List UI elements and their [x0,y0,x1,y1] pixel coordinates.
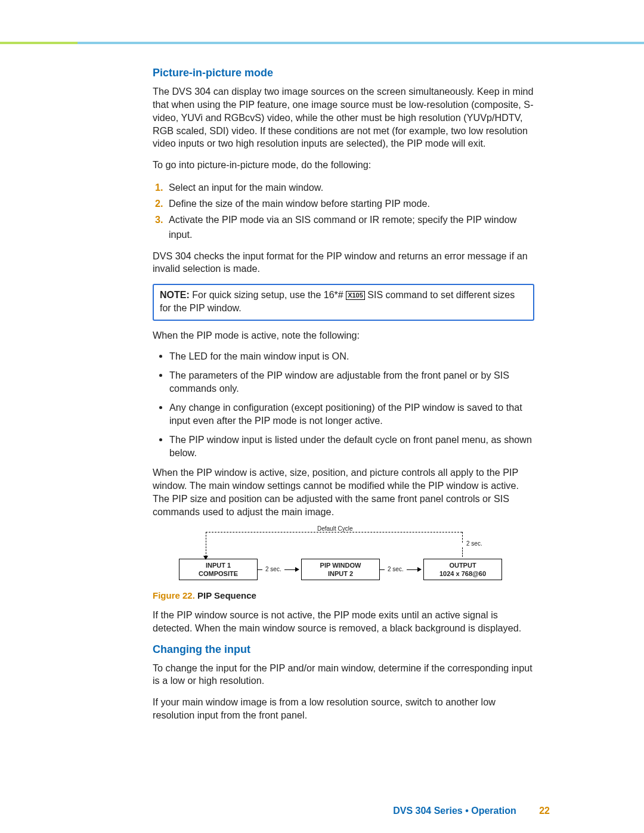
page-content: Picture-in-picture mode The DVS 304 can … [153,67,534,730]
footer-title: DVS 304 Series • Operation [393,806,516,816]
arrowhead-right-icon [417,567,422,572]
figure-title: PIP Sequence [195,590,256,600]
diagram-label-2sec: 2 sec. [265,566,281,572]
figure-label: Figure 22. [153,590,195,600]
diagram-box-line1: OUTPUT [424,562,501,570]
diagram-box-line2: 1024 x 768@60 [424,570,501,578]
heading-changing-input: Changing the input [153,643,534,656]
paragraph: If your main window image is from a low … [153,696,534,722]
paragraph: When the PIP window is active, size, pos… [153,466,534,518]
diagram-box-output: OUTPUT 1024 x 768@60 [423,559,502,580]
diagram-label-2sec: 2 sec. [466,540,482,547]
list-item: Any change in configuration (except posi… [169,401,534,428]
note-box: NOTE: For quick sizing setup, use the 16… [153,284,534,320]
dashed-line [462,532,463,543]
figure-caption: Figure 22. PIP Sequence [153,590,534,600]
diagram-box-line1: PIP WINDOW [302,562,379,570]
arrow-line [407,569,419,571]
paragraph: To change the input for the PIP and/or m… [153,662,534,688]
list-item: Activate the PIP mode via an SIS command… [166,212,534,242]
diagram-label-default-cycle: Default Cycle [317,525,352,532]
list-item: Define the size of the main window befor… [166,196,534,211]
heading-pip-mode: Picture-in-picture mode [153,67,534,79]
unordered-list: The LED for the main window input is ON.… [153,350,534,459]
dashed-line [462,547,463,557]
paragraph: When the PIP mode is active, note the fo… [153,329,534,342]
list-item: The LED for the main window input is ON. [169,350,534,363]
header-accent-blue [78,42,644,44]
list-item: The PIP window input is listed under the… [169,433,534,460]
note-label: NOTE: [160,290,190,300]
page-footer: DVS 304 Series • Operation 22 [0,806,644,816]
x105-badge: X105 [346,291,365,300]
list-item: Select an input for the main window. [166,180,534,195]
page-number: 22 [539,806,550,816]
arrowhead-right-icon [295,567,299,572]
paragraph: The DVS 304 can display two image source… [153,85,534,150]
paragraph: To go into picture-in-picture mode, do t… [153,159,534,172]
diagram-box-input1: INPUT 1 COMPOSITE [179,559,258,580]
dashed-line [206,532,206,557]
header-accent-green [0,42,78,44]
paragraph: DVS 304 checks the input format for the … [153,250,534,276]
diagram-box-line2: INPUT 2 [302,570,379,578]
arrow-line [284,569,296,571]
diagram-box-line2: COMPOSITE [179,570,257,578]
list-item: The parameters of the PIP window are adj… [169,369,534,395]
diagram-box-line1: INPUT 1 [179,562,257,570]
arrow-line [258,569,262,571]
paragraph: If the PIP window source is not active, … [153,609,534,635]
ordered-list: Select an input for the main window. Def… [153,180,534,242]
diagram-box-pip: PIP WINDOW INPUT 2 [301,559,380,580]
diagram-label-2sec: 2 sec. [388,566,404,572]
pip-sequence-diagram: Default Cycle 2 sec. INPUT 1 COMPOSITE P… [179,527,519,587]
dashed-line [206,532,462,532]
note-text-pre: For quick sizing setup, use the 16*# [192,290,346,300]
arrow-line [380,569,385,571]
